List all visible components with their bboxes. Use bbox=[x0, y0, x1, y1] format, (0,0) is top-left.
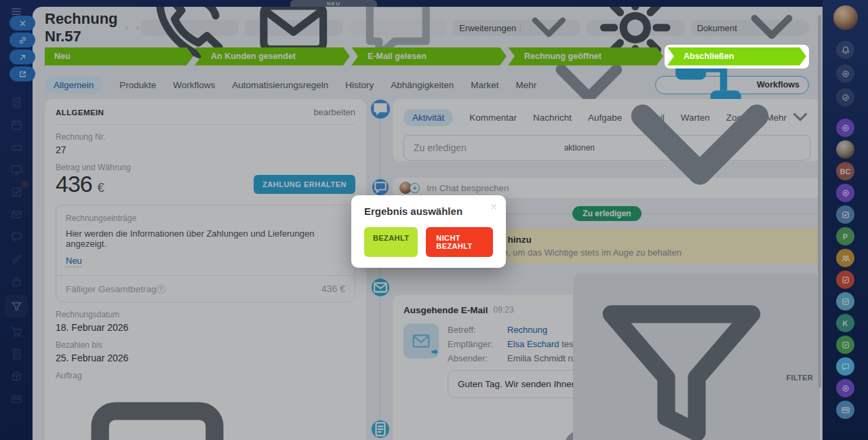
popup-title: Ergebnis auswählen bbox=[364, 205, 493, 217]
close-icon[interactable] bbox=[490, 203, 498, 211]
stage-abschliessen[interactable]: Abschließen bbox=[667, 47, 806, 66]
result-select-popup: Ergebnis auswählen BEZAHLT NICHT BEZAHLT bbox=[351, 195, 506, 268]
not-paid-button[interactable]: NICHT BEZAHLT bbox=[426, 227, 493, 257]
stage-highlight-frame: Abschließen bbox=[665, 45, 809, 68]
bitrix24-invoice-slider: 1 NEU Rechnung Nr.57 Erweiterungen bbox=[0, 0, 868, 440]
paid-button[interactable]: BEZAHLT bbox=[364, 227, 418, 257]
